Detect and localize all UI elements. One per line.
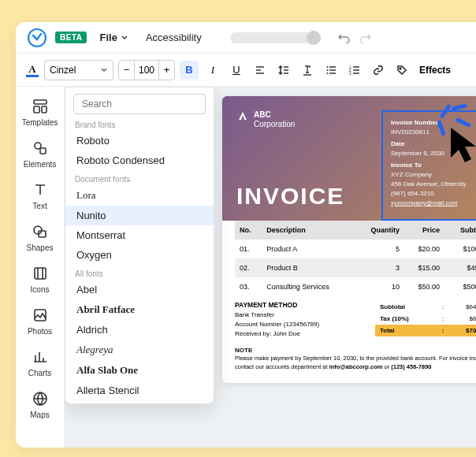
body-area: Templates Elements Text Shapes Icons Pho…	[16, 87, 476, 448]
sidebar-item-elements[interactable]: Elements	[16, 133, 64, 175]
canvas-area[interactable]: Brand fonts Roboto Roboto Condensed Docu…	[65, 87, 476, 448]
svg-point-1	[327, 66, 329, 68]
font-option[interactable]: Oxygen	[65, 245, 214, 265]
sidebar-item-templates[interactable]: Templates	[16, 91, 64, 133]
svg-rect-15	[35, 268, 46, 279]
payment-method-block: PAYMENT METHOD Bank Transfer Account Num…	[235, 301, 375, 339]
chevron-down-icon	[121, 34, 128, 42]
italic-button[interactable]: I	[203, 61, 222, 80]
sidebar-item-photos[interactable]: Photos	[16, 300, 64, 342]
svg-point-3	[327, 72, 329, 74]
font-option[interactable]: Roboto	[65, 131, 214, 150]
bullet-list-button[interactable]	[322, 61, 340, 80]
increase-size-button[interactable]: +	[158, 61, 174, 80]
undo-icon[interactable]	[337, 32, 350, 43]
invoice-table: No. Description Quantity Price Subtotal …	[235, 221, 476, 296]
invoice-header: ABCCorporation Invoice Number INV2023091…	[222, 96, 476, 221]
text-color-button[interactable]: A	[25, 63, 39, 77]
bold-button[interactable]: B	[180, 61, 199, 80]
svg-rect-12	[40, 148, 46, 154]
svg-rect-8	[34, 100, 46, 104]
invoice-body: No. Description Quantity Price Subtotal …	[222, 221, 476, 383]
format-toolbar: A Cinzel − 100 + B I U 123 Effects	[16, 54, 476, 87]
font-size-stepper: − 100 +	[118, 60, 175, 80]
font-option[interactable]: Montserrat	[65, 225, 214, 245]
charts-icon	[32, 349, 48, 365]
align-button[interactable]	[251, 61, 270, 80]
font-option[interactable]: Lora	[65, 185, 214, 206]
underline-button[interactable]: U	[227, 61, 246, 80]
font-size-value[interactable]: 100	[135, 65, 158, 76]
svg-rect-9	[34, 106, 39, 113]
shapes-icon	[32, 224, 48, 240]
number-list-button[interactable]: 123	[345, 61, 364, 80]
font-search-input[interactable]	[82, 98, 200, 110]
sidebar-item-shapes[interactable]: Shapes	[16, 217, 64, 258]
font-option-highlighted[interactable]: Nunito	[65, 206, 214, 225]
svg-text:3: 3	[349, 71, 351, 75]
font-option[interactable]: Aldrich	[65, 320, 214, 340]
tag-button[interactable]	[392, 61, 411, 80]
font-family-select[interactable]: Cinzel	[44, 60, 113, 80]
icons-icon	[32, 266, 48, 281]
titlebar: BETA File Accessibility	[16, 22, 476, 54]
sidebar-item-icons[interactable]: Icons	[16, 258, 64, 300]
accessibility-menu[interactable]: Accessibility	[141, 32, 206, 43]
font-dropdown: Brand fonts Roboto Roboto Condensed Docu…	[65, 87, 214, 404]
svg-point-7	[400, 68, 401, 69]
zoom-slider[interactable]	[230, 32, 317, 43]
beta-badge: BETA	[55, 32, 87, 43]
sidebar-item-maps[interactable]: Maps	[16, 384, 64, 425]
effects-button[interactable]: Effects	[419, 65, 451, 76]
chevron-down-icon	[100, 66, 108, 74]
svg-point-2	[327, 69, 329, 71]
link-button[interactable]	[369, 61, 388, 80]
sidebar-item-charts[interactable]: Charts	[16, 342, 64, 384]
photos-icon	[32, 307, 48, 323]
company-logo-icon	[236, 110, 249, 123]
app-logo-icon	[27, 28, 47, 48]
table-row: 03.Consulting Services10$50.00$500.00	[235, 277, 476, 296]
text-style-button[interactable]	[298, 61, 317, 80]
svg-rect-10	[42, 106, 46, 113]
table-row: 01.Product A5$20.00$100.00	[235, 240, 476, 258]
font-search-box[interactable]	[73, 94, 206, 114]
file-menu[interactable]: File	[95, 32, 132, 43]
invoice-title: INVOICE	[236, 183, 344, 210]
table-row: 02.Product B3$15.00$45.00	[235, 258, 476, 277]
line-spacing-button[interactable]	[274, 61, 293, 80]
font-section-all: All fonts	[65, 268, 214, 280]
invoice-document[interactable]: ABCCorporation Invoice Number INV2023091…	[222, 96, 476, 383]
sidebar-item-text[interactable]: Text	[16, 175, 64, 217]
font-option[interactable]: Allerta Stencil	[65, 381, 214, 400]
font-option[interactable]: Abel	[65, 280, 214, 299]
totals-block: Subtotal:$645.00 Tax (10%):$64.50 Total:…	[375, 301, 476, 339]
text-icon	[32, 182, 48, 198]
app-window: BETA File Accessibility A Cinzel − 100 +…	[16, 22, 476, 448]
elements-icon	[32, 140, 48, 156]
font-section-document: Document fonts	[65, 173, 214, 185]
font-option[interactable]: Alegreya	[65, 340, 214, 360]
font-option[interactable]: Alfa Slab One	[65, 360, 214, 381]
templates-icon	[32, 98, 48, 114]
font-option[interactable]: Roboto Condensed	[65, 150, 214, 170]
decrease-size-button[interactable]: −	[119, 61, 135, 80]
invoice-meta-box[interactable]: Invoice Number INV20230911 Date Septembe…	[381, 110, 476, 221]
font-option[interactable]: Abril Fatface	[65, 299, 214, 320]
maps-icon	[32, 391, 48, 407]
left-sidebar: Templates Elements Text Shapes Icons Pho…	[16, 87, 65, 448]
font-section-brand: Brand fonts	[65, 119, 214, 131]
svg-point-13	[34, 226, 42, 234]
redo-icon[interactable]	[359, 32, 372, 43]
zoom-slider-thumb[interactable]	[307, 31, 321, 45]
note-block: NOTE Please make payment by September 10…	[235, 347, 476, 372]
